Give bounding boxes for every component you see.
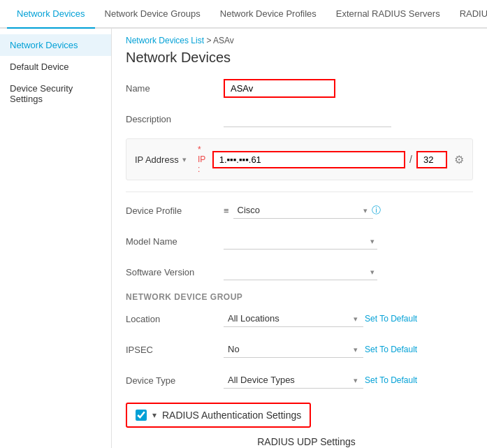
device-profile-chevron: ▾	[363, 206, 368, 215]
model-name-row: Model Name ▾	[126, 230, 473, 252]
sidebar-item-network-devices[interactable]: Network Devices	[0, 34, 111, 56]
location-select[interactable]: All Locations	[224, 310, 363, 327]
ip-slash: /	[409, 154, 412, 165]
main-content: Network Devices List > ASAv Network Devi…	[112, 29, 487, 448]
model-name-select[interactable]	[224, 233, 377, 250]
location-set-default[interactable]: Set To Default	[365, 314, 417, 324]
device-type-set-default[interactable]: Set To Default	[365, 375, 417, 385]
description-row: Description	[126, 108, 473, 130]
ipsec-control: No Yes ▾ Set To Default	[224, 341, 473, 358]
model-name-label: Model Name	[126, 236, 224, 247]
device-type-select[interactable]: All Device Types	[224, 372, 363, 389]
location-row: Location All Locations ▾ Set To Default	[126, 308, 473, 330]
name-input[interactable]	[224, 79, 335, 98]
breadcrumb-separator: >	[206, 36, 211, 45]
ipsec-select[interactable]: No Yes	[224, 341, 363, 358]
description-input[interactable]	[224, 110, 391, 127]
ip-required-star: * IP :	[198, 145, 208, 174]
device-profile-select[interactable]: Cisco	[233, 202, 373, 219]
location-chevron: ▾	[354, 315, 358, 324]
tab-network-devices[interactable]: Network Devices	[7, 0, 95, 29]
info-icon[interactable]: ⓘ	[372, 204, 381, 217]
sidebar-item-device-security-settings[interactable]: Device Security Settings	[0, 78, 111, 110]
form-section: Name Description IP Address ▾	[126, 77, 473, 448]
ndg-section-label: Network Device Group	[126, 291, 473, 302]
software-version-label: Software Version	[126, 267, 224, 277]
top-nav: Network Devices Network Device Groups Ne…	[0, 0, 487, 29]
device-type-label: Device Type	[126, 375, 224, 386]
radius-udp-title: RADIUS UDP Settings	[140, 436, 473, 447]
ipsec-row: IPSEC No Yes ▾ Set To Default	[126, 338, 473, 361]
tab-external-radius-servers[interactable]: External RADIUS Servers	[326, 0, 450, 29]
breadcrumb: Network Devices List > ASAv	[126, 29, 473, 50]
ip-prefix-input[interactable]	[416, 151, 447, 168]
name-field-wrap	[224, 79, 473, 98]
location-label: Location	[126, 314, 224, 324]
ip-type-select-wrap: IP Address ▾	[135, 154, 187, 165]
breadcrumb-list-link[interactable]: Network Devices List	[126, 36, 204, 45]
radius-section: ▾ RADIUS Authentication Settings RADIUS …	[126, 403, 473, 448]
tab-network-device-groups[interactable]: Network Device Groups	[95, 0, 210, 29]
device-profile-icon: ≡	[224, 205, 229, 216]
device-profile-label: Device Profile	[126, 205, 224, 216]
radius-checkbox[interactable]	[136, 410, 147, 421]
tab-network-device-profiles[interactable]: Network Device Profiles	[210, 0, 326, 29]
radius-section-title: RADIUS Authentication Settings	[162, 410, 301, 421]
sidebar: Network Devices Default Device Device Se…	[0, 29, 112, 448]
software-version-select[interactable]	[224, 263, 377, 280]
description-field-wrap	[224, 110, 473, 127]
device-type-row: Device Type All Device Types ▾ Set To De…	[126, 369, 473, 391]
device-type-control: All Device Types ▾ Set To Default	[224, 372, 473, 389]
tab-radius-server-sequences[interactable]: RADIUS Server Sequences	[450, 0, 487, 29]
device-type-chevron: ▾	[354, 376, 358, 385]
description-label: Description	[126, 114, 224, 124]
location-control: All Locations ▾ Set To Default	[224, 310, 473, 327]
device-profile-row: Device Profile ≡ Cisco ▾ ⓘ	[126, 199, 473, 222]
radius-udp-section: RADIUS UDP Settings Protocol RADIUS Shar…	[126, 436, 473, 448]
software-version-chevron: ▾	[370, 268, 375, 276]
radius-section-header[interactable]: ▾ RADIUS Authentication Settings	[126, 403, 311, 428]
radius-chevron-icon: ▾	[152, 410, 157, 420]
ip-address-row: IP Address ▾ * IP : / ⚙	[126, 138, 473, 180]
gear-icon[interactable]: ⚙	[454, 153, 464, 166]
model-name-chevron: ▾	[370, 237, 375, 245]
breadcrumb-current: ASAv	[213, 36, 234, 45]
name-label: Name	[126, 83, 224, 94]
ip-address-input[interactable]	[212, 151, 405, 168]
device-profile-control: ≡ Cisco ▾ ⓘ	[224, 202, 473, 219]
model-name-control: ▾	[224, 233, 473, 250]
name-row: Name	[126, 77, 473, 99]
ip-type-chevron: ▾	[182, 155, 187, 164]
ipsec-chevron: ▾	[354, 345, 358, 354]
page-title: Network Devices	[126, 50, 473, 66]
sidebar-item-default-device[interactable]: Default Device	[0, 56, 111, 78]
software-version-control: ▾	[224, 263, 473, 280]
ipsec-set-default[interactable]: Set To Default	[365, 345, 417, 354]
software-version-row: Software Version ▾	[126, 261, 473, 283]
ipsec-label: IPSEC	[126, 345, 224, 355]
